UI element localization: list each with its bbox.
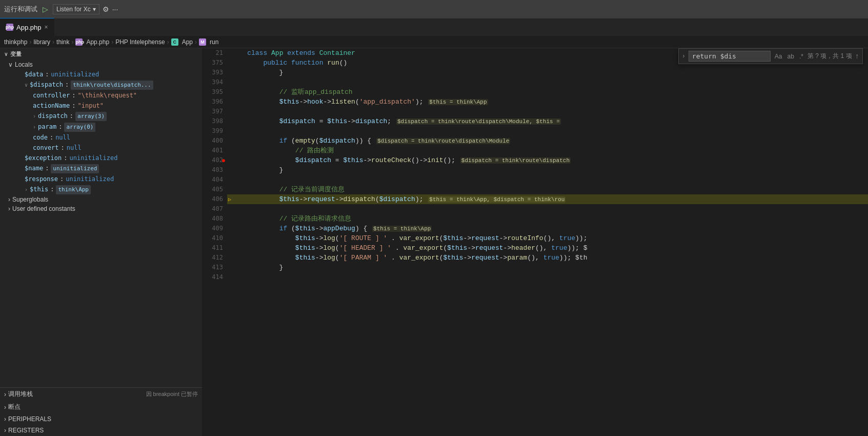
find-count: 第 ? 项，共 1 项 bbox=[808, 52, 852, 61]
superglobals-label: Superglobals bbox=[12, 196, 48, 203]
ln-409: 409 bbox=[207, 224, 223, 233]
variables-label: 变量 bbox=[10, 50, 22, 58]
breadcrumb-app[interactable]: App bbox=[182, 38, 193, 46]
var-controller-value: "\think\request" bbox=[77, 91, 137, 100]
tab-app-php[interactable]: php App.php × bbox=[0, 18, 54, 36]
var-this-name: $this bbox=[30, 185, 48, 194]
param-expand-icon[interactable]: › bbox=[33, 123, 36, 132]
breadcrumb-appphp[interactable]: App.php bbox=[86, 38, 109, 46]
ln-403: 403 bbox=[207, 165, 223, 175]
tab-filename: App.php bbox=[16, 24, 41, 31]
var-name-value: uninitialized bbox=[51, 164, 99, 173]
superglobals-chevron: › bbox=[8, 196, 10, 203]
breadcrumb-think[interactable]: think bbox=[56, 38, 69, 46]
find-whole-word-button[interactable]: ab bbox=[786, 53, 795, 60]
ln-406: 406 bbox=[207, 194, 223, 204]
code-line-408: // 记录路由和请求信息 bbox=[227, 214, 868, 224]
locals-group[interactable]: ∨ Locals bbox=[0, 60, 202, 69]
gear-icon[interactable]: ⚙ bbox=[103, 5, 109, 13]
code-line-409: if ($this->appDebug) { $this = think\App bbox=[227, 224, 868, 233]
listen-dropdown[interactable]: Listen for Xc ▾ bbox=[53, 4, 99, 14]
tab-close-button[interactable]: × bbox=[44, 24, 48, 31]
ln-411: 411 bbox=[207, 243, 223, 253]
ln-404: 404 bbox=[207, 175, 223, 185]
breadcrumb-intelephense[interactable]: PHP Intelephense bbox=[115, 38, 165, 46]
var-param[interactable]: › param : array(0) bbox=[0, 122, 202, 132]
peripherals-section[interactable]: › PERIPHERALS bbox=[0, 413, 202, 425]
var-dispatch-value: think\route\dispatch... bbox=[71, 81, 153, 90]
var-response-value: uninitialized bbox=[66, 174, 114, 184]
find-regex-button[interactable]: .* bbox=[798, 53, 804, 60]
var-name: $name : uninitialized bbox=[0, 163, 202, 174]
var-this[interactable]: › $this : think\App bbox=[0, 184, 202, 195]
breadcrumb: thinkphp › library › think › php App.php… bbox=[0, 36, 868, 48]
code-line-399 bbox=[227, 126, 868, 136]
ln-413: 413 bbox=[207, 263, 223, 272]
ln-412: 412 bbox=[207, 253, 223, 263]
ln-375: 375 bbox=[207, 58, 223, 68]
dispatch-inner-expand-icon[interactable]: › bbox=[33, 112, 36, 121]
callstack-section[interactable]: › 调用堆栈 因 breakpoint 已暂停 bbox=[0, 388, 202, 401]
user-constants-group[interactable]: › User defined constants bbox=[0, 204, 202, 213]
class-breadcrumb-icon: C bbox=[171, 38, 178, 46]
var-dispatch-inner-value: array(3) bbox=[75, 112, 107, 121]
breadcrumb-sep-4: › bbox=[111, 38, 113, 46]
registers-chevron: › bbox=[4, 427, 6, 434]
var-exception: $exception : uninitialized bbox=[0, 153, 202, 163]
ln-394: 394 bbox=[207, 77, 223, 87]
ln-393: 393 bbox=[207, 68, 223, 77]
bottom-sections: › 调用堆栈 因 breakpoint 已暂停 › 断点 › PERIPHERA… bbox=[0, 387, 202, 436]
code-line-398: $dispatch = $this->dispatch; $dispatch =… bbox=[227, 116, 868, 126]
peripherals-label: PERIPHERALS bbox=[8, 415, 51, 423]
ln-410: 410 bbox=[207, 233, 223, 243]
breadcrumb-thinkphp[interactable]: thinkphp bbox=[4, 38, 27, 46]
user-constants-chevron: › bbox=[8, 205, 10, 212]
code-line-411: $this->log('[ HEADER ] ' . var_export($t… bbox=[227, 243, 868, 253]
ln-407: 407 bbox=[207, 204, 223, 214]
var-code: code : null bbox=[0, 132, 202, 143]
var-exception-name: $exception bbox=[25, 153, 62, 163]
var-convert-value: null bbox=[67, 143, 82, 152]
breakpoints-section[interactable]: › 断点 bbox=[0, 401, 202, 413]
find-expand-button[interactable]: › bbox=[682, 53, 685, 60]
var-dispatch[interactable]: ∨ $dispatch : think\route\dispatch... bbox=[0, 80, 202, 90]
code-line-396: $this->hook->listen('app_dispatch'); $th… bbox=[227, 97, 868, 107]
this-expand-icon[interactable]: › bbox=[25, 185, 28, 194]
variables-section-header[interactable]: ∨ 变量 bbox=[0, 48, 202, 60]
var-code-value: null bbox=[55, 133, 70, 142]
code-area: › Aa ab .* 第 ? 项，共 1 项 ↑ 21 375 393 394 … bbox=[203, 48, 868, 436]
code-line-412: $this->log('[ PARAM ] ' . var_export($th… bbox=[227, 253, 868, 263]
variables-list: ∨ Locals $data : uninitialized ∨ $dispat… bbox=[0, 60, 202, 387]
find-input[interactable] bbox=[689, 51, 771, 62]
var-code-name: code bbox=[33, 133, 48, 142]
superglobals-group[interactable]: › Superglobals bbox=[0, 195, 202, 204]
locals-label: Locals bbox=[15, 61, 33, 68]
ln-399: 399 bbox=[207, 126, 223, 136]
callstack-label: 调用堆栈 bbox=[8, 390, 33, 399]
ln-398: 398 bbox=[207, 116, 223, 126]
breadcrumb-library[interactable]: library bbox=[33, 38, 50, 46]
ln-405: 405 bbox=[207, 185, 223, 194]
find-match-case-button[interactable]: Aa bbox=[774, 53, 783, 60]
code-line-397 bbox=[227, 107, 868, 116]
php-breadcrumb-icon: php bbox=[75, 38, 83, 46]
find-up-button[interactable]: ↑ bbox=[855, 52, 859, 61]
breadcrumb-run[interactable]: run bbox=[210, 38, 218, 46]
var-dispatch-inner[interactable]: › dispatch : array(3) bbox=[0, 111, 202, 122]
dispatch-expand-icon[interactable]: ∨ bbox=[25, 81, 28, 90]
code-editor[interactable]: 21 375 393 394 395 396 397 398 399 400 4… bbox=[203, 48, 868, 436]
play-button[interactable] bbox=[41, 5, 50, 14]
breakpoints-chevron: › bbox=[4, 404, 6, 411]
registers-section[interactable]: › REGISTERS bbox=[0, 425, 202, 436]
breakpoint-badge: 因 breakpoint 已暂停 bbox=[146, 390, 198, 398]
ln-414: 414 bbox=[207, 272, 223, 282]
var-data-name: $data bbox=[25, 70, 43, 79]
find-widget: › Aa ab .* 第 ? 项，共 1 项 ↑ bbox=[678, 48, 863, 64]
tabs-bar: php App.php × bbox=[0, 18, 868, 36]
var-actionname: actionName : "input" bbox=[0, 101, 202, 111]
var-exception-value: uninitialized bbox=[69, 153, 117, 163]
more-options-icon[interactable]: ··· bbox=[112, 5, 118, 13]
var-convert: convert : null bbox=[0, 143, 202, 153]
code-line-393: } bbox=[227, 68, 868, 77]
code-line-402: $dispatch = $this->routeCheck()->init();… bbox=[227, 155, 868, 165]
